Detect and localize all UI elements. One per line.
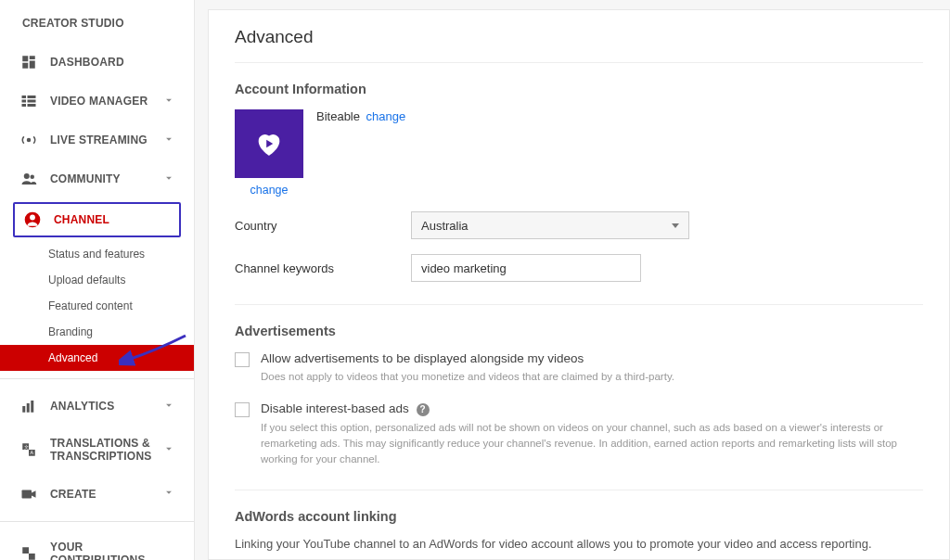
svg-rect-7 (28, 100, 36, 103)
subnav-upload-defaults[interactable]: Upload defaults (48, 267, 194, 293)
sidebar-item-video-manager[interactable]: VIDEO MANAGER (0, 82, 194, 121)
svg-point-11 (24, 173, 30, 179)
sidebar-item-label: CHANNEL (54, 213, 172, 226)
channel-name-change-link[interactable]: change (366, 109, 406, 123)
chevron-down-icon (162, 442, 175, 458)
channel-avatar (235, 109, 303, 178)
svg-rect-9 (28, 104, 36, 107)
main-content: Advanced Account Information change Bite… (208, 9, 950, 560)
svg-rect-0 (22, 56, 28, 61)
divider (0, 521, 194, 522)
sidebar-item-label: ANALYTICS (50, 400, 162, 413)
channel-icon (22, 211, 43, 228)
dashboard-icon (19, 54, 39, 70)
svg-point-10 (27, 138, 32, 143)
sidebar-item-dashboard[interactable]: DASHBOARD (0, 43, 194, 82)
sidebar-item-community[interactable]: COMMUNITY (0, 159, 194, 198)
analytics-icon (19, 398, 39, 414)
avatar-change-link[interactable]: change (250, 184, 288, 197)
contributions-icon (19, 545, 39, 560)
sidebar-item-contributions[interactable]: YOUR CONTRIBUTIONS (0, 529, 194, 560)
country-label: Country (235, 219, 411, 233)
divider (0, 378, 194, 379)
section-ads-title: Advertisements (235, 324, 923, 338)
chevron-down-icon (162, 486, 175, 502)
sidebar-item-live-streaming[interactable]: LIVE STREAMING (0, 121, 194, 159)
translations-icon: 文A (19, 441, 39, 458)
country-select[interactable]: Australia (411, 211, 689, 239)
chevron-down-icon (162, 94, 175, 109)
svg-rect-3 (22, 63, 28, 69)
subnav-advanced[interactable]: Advanced (0, 345, 194, 371)
svg-rect-16 (27, 403, 30, 413)
svg-text:文: 文 (24, 444, 29, 450)
disable-interest-desc: If you select this option, personalized … (261, 420, 923, 468)
keywords-label: Channel keywords (235, 261, 411, 275)
divider (235, 304, 923, 305)
chevron-down-icon (162, 399, 175, 414)
account-name-row: Biteable change (316, 109, 405, 123)
help-icon[interactable]: ? (417, 403, 430, 416)
svg-rect-2 (30, 61, 35, 69)
live-streaming-icon (19, 132, 39, 148)
svg-rect-20 (22, 490, 32, 498)
sidebar-item-label: VIDEO MANAGER (50, 95, 162, 108)
community-icon (19, 171, 39, 187)
video-manager-icon (19, 93, 39, 109)
svg-rect-4 (22, 95, 27, 98)
disable-interest-checkbox[interactable] (235, 402, 250, 417)
adwords-description: Linking your YouTube channel to an AdWor… (235, 537, 923, 551)
sidebar-item-label: LIVE STREAMING (50, 134, 162, 146)
sidebar-item-label: TRANSLATIONS & TRANSCRIPTIONS (50, 437, 162, 464)
sidebar-item-label: DASHBOARD (50, 56, 175, 69)
subnav-featured-content[interactable]: Featured content (48, 293, 194, 319)
subnav-status-features[interactable]: Status and features (48, 241, 194, 267)
allow-ads-desc: Does not apply to videos that you moneti… (261, 369, 674, 385)
sidebar-item-label: YOUR CONTRIBUTIONS (50, 541, 175, 560)
section-account-title: Account Information (235, 82, 923, 96)
chevron-down-icon (162, 172, 175, 187)
sidebar-title: CREATOR STUDIO (0, 13, 194, 43)
chevron-down-icon (162, 133, 175, 148)
svg-rect-17 (31, 401, 33, 413)
svg-point-14 (30, 215, 35, 221)
country-selected-value: Australia (421, 219, 469, 233)
sidebar-item-channel[interactable]: CHANNEL (13, 202, 181, 237)
create-icon (19, 486, 39, 503)
divider (235, 490, 923, 490)
svg-rect-5 (28, 95, 36, 98)
allow-ads-checkbox[interactable] (235, 352, 250, 367)
sidebar-item-translations[interactable]: 文A TRANSLATIONS & TRANSCRIPTIONS (0, 426, 194, 475)
channel-keywords-input[interactable] (411, 254, 641, 282)
svg-rect-1 (30, 56, 35, 59)
page-title: Advanced (235, 27, 923, 63)
section-adwords-title: AdWords account linking (235, 509, 923, 524)
sidebar-item-analytics[interactable]: ANALYTICS (0, 387, 194, 426)
svg-point-12 (31, 175, 35, 180)
allow-ads-label: Allow advertisements to be displayed alo… (261, 351, 674, 365)
sidebar-item-label: COMMUNITY (50, 172, 162, 185)
channel-subnav: Status and features Upload defaults Feat… (0, 241, 194, 371)
svg-rect-6 (22, 100, 27, 103)
sidebar-item-create[interactable]: CREATE (0, 475, 194, 514)
sidebar: CREATOR STUDIO DASHBOARD VIDEO MANAGER L… (0, 0, 195, 560)
svg-rect-8 (22, 104, 27, 107)
dropdown-triangle-icon (672, 223, 679, 228)
sidebar-item-label: CREATE (50, 488, 162, 501)
svg-rect-15 (22, 406, 25, 413)
subnav-branding[interactable]: Branding (48, 319, 194, 345)
disable-interest-label: Disable interest-based ads ? (261, 401, 923, 415)
channel-name: Biteable (316, 109, 360, 123)
svg-text:A: A (31, 451, 34, 456)
